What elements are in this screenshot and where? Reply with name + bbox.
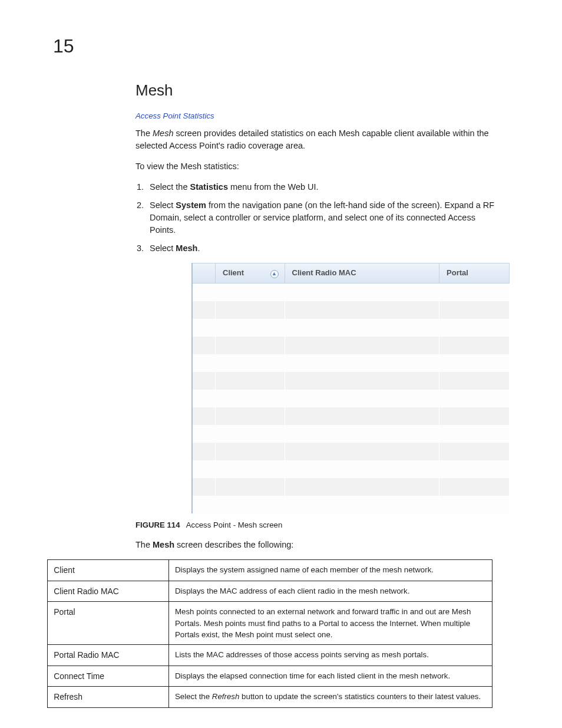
table-cell <box>439 460 510 478</box>
table-cell <box>193 354 216 372</box>
table-cell <box>216 301 285 319</box>
table-cell <box>285 372 440 390</box>
steps-list: Select the Statistics menu from the Web … <box>135 181 503 255</box>
table-cell <box>285 478 440 496</box>
table-cell <box>439 407 510 425</box>
desc-definition: Displays the elapsed connection time for… <box>169 666 492 687</box>
table-cell <box>439 425 510 443</box>
table-cell <box>193 372 216 390</box>
describes-bold: Mesh <box>153 540 174 549</box>
step1-post: menu from the Web UI. <box>228 182 319 192</box>
table-cell <box>285 407 440 425</box>
table-cell <box>193 496 216 513</box>
intro-text-pre: The <box>135 129 153 138</box>
desc-row: Portal Radio MACLists the MAC addresses … <box>48 645 492 666</box>
step2-bold: System <box>176 200 206 210</box>
table-cell <box>216 425 285 443</box>
table-cell <box>216 390 285 407</box>
table-cell <box>193 478 216 496</box>
desc-row: Connect TimeDisplays the elapsed connect… <box>48 666 492 687</box>
page: 15 Mesh Access Point Statistics The Mesh… <box>0 0 562 728</box>
table-cell <box>285 301 440 319</box>
description-table: ClientDisplays the system assigned name … <box>47 559 492 708</box>
table-cell <box>193 390 216 407</box>
breadcrumb-link[interactable]: Access Point Statistics <box>135 110 503 121</box>
table-cell <box>193 425 216 443</box>
table-cell <box>439 319 510 337</box>
sort-asc-icon[interactable]: ▲ <box>270 270 279 278</box>
table-cell <box>216 372 285 390</box>
table-row[interactable] <box>193 319 510 337</box>
desc-def-em: Refresh <box>212 692 240 701</box>
desc-def-post: button to update the screen's statistics… <box>239 692 481 701</box>
table-row[interactable] <box>193 390 510 407</box>
table-cell <box>216 354 285 372</box>
table-cell <box>285 337 440 354</box>
table-cell <box>216 337 285 354</box>
describes-post: screen describes the following: <box>174 540 293 549</box>
desc-def-pre: Select the <box>175 692 212 701</box>
chapter-number: 15 <box>53 32 74 60</box>
view-intro: To view the Mesh statistics: <box>135 160 503 173</box>
table-cell <box>285 460 440 478</box>
figure-caption-text: Access Point - Mesh screen <box>186 521 282 529</box>
desc-row: RefreshSelect the Refresh button to upda… <box>48 687 492 708</box>
table-cell <box>285 319 440 337</box>
desc-definition: Mesh points connected to an external net… <box>169 602 492 645</box>
table-cell <box>216 460 285 478</box>
table-cell <box>439 284 510 301</box>
desc-definition: Displays the MAC address of each client … <box>169 581 492 602</box>
table-cell <box>216 496 285 513</box>
table-cell <box>193 301 216 319</box>
table-cell <box>439 354 510 372</box>
table-row[interactable] <box>193 372 510 390</box>
desc-term: Client <box>48 560 167 581</box>
column-header-checkbox[interactable] <box>193 263 216 284</box>
figure-label: FIGURE 114 <box>135 521 180 529</box>
table-cell <box>439 372 510 390</box>
table-row[interactable] <box>193 496 510 513</box>
figure-114: Client ▲ Client Radio MAC Portal <box>191 263 510 513</box>
step2-pre: Select <box>150 200 176 210</box>
intro-paragraph: The Mesh screen provides detailed statis… <box>135 127 503 152</box>
desc-term: Connect Time <box>48 666 167 687</box>
desc-row: ClientDisplays the system assigned name … <box>48 560 492 581</box>
table-row[interactable] <box>193 425 510 443</box>
step-1: Select the Statistics menu from the Web … <box>146 181 503 193</box>
describes-para: The Mesh screen describes the following: <box>135 539 503 551</box>
desc-definition: Lists the MAC addresses of those access … <box>169 645 492 666</box>
step1-bold: Statistics <box>190 182 228 192</box>
table-cell <box>193 284 216 301</box>
table-cell <box>193 337 216 354</box>
column-header-portal[interactable]: Portal <box>439 263 510 284</box>
desc-row: Client Radio MACDisplays the MAC address… <box>48 581 492 602</box>
desc-row: PortalMesh points connected to an extern… <box>48 602 492 645</box>
table-cell <box>216 443 285 460</box>
table-row[interactable] <box>193 478 510 496</box>
desc-definition: Displays the system assigned name of eac… <box>169 560 492 581</box>
table-row[interactable] <box>193 443 510 460</box>
step3-pre: Select <box>150 243 176 253</box>
table-cell <box>439 443 510 460</box>
table-cell <box>285 425 440 443</box>
table-row[interactable] <box>193 284 510 301</box>
table-row[interactable] <box>193 354 510 372</box>
figure-caption: FIGURE 114 Access Point - Mesh screen <box>135 519 503 531</box>
column-header-client[interactable]: Client ▲ <box>216 263 285 284</box>
table-cell <box>216 319 285 337</box>
table-cell <box>439 390 510 407</box>
table-row[interactable] <box>193 407 510 425</box>
intro-text-em: Mesh <box>153 129 173 138</box>
column-header-client-radio-mac[interactable]: Client Radio MAC <box>285 263 440 284</box>
step3-post: . <box>197 243 200 253</box>
table-row[interactable] <box>193 301 510 319</box>
mesh-table: Client ▲ Client Radio MAC Portal <box>191 263 510 513</box>
table-row[interactable] <box>193 337 510 354</box>
table-cell <box>216 478 285 496</box>
mesh-table-header-row: Client ▲ Client Radio MAC Portal <box>193 263 510 284</box>
table-cell <box>439 337 510 354</box>
step3-bold: Mesh <box>176 243 197 253</box>
table-row[interactable] <box>193 460 510 478</box>
desc-term: Refresh <box>48 687 167 708</box>
mesh-table-body <box>193 284 510 513</box>
